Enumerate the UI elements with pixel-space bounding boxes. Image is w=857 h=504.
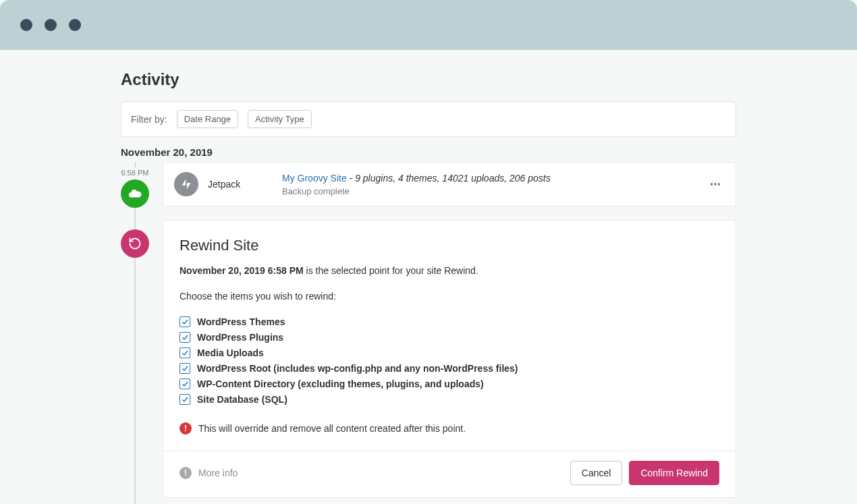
svg-point-1	[711, 183, 713, 185]
checkbox[interactable]	[179, 363, 190, 374]
checkbox[interactable]	[179, 394, 190, 405]
rewind-item: Media Uploads	[179, 347, 719, 358]
svg-point-3	[718, 183, 720, 185]
rewind-item-label: WordPress Plugins	[197, 332, 283, 343]
rewind-item-list: WordPress Themes WordPress Plugins Media…	[179, 316, 719, 405]
timeline-tick	[135, 162, 136, 167]
checkbox[interactable]	[179, 379, 190, 389]
separator: -	[347, 173, 355, 184]
app-window: Activity Filter by: Date Range Activity …	[0, 0, 857, 504]
filter-date-range[interactable]: Date Range	[177, 110, 238, 128]
timeline: 6:58 PM Jetpack	[121, 162, 736, 504]
jetpack-avatar-icon	[174, 172, 198, 196]
date-header: November 20, 2019	[121, 146, 736, 158]
timeline-col: 6:58 PM	[121, 162, 149, 504]
warning-icon: !	[179, 422, 192, 435]
confirm-rewind-button[interactable]: Confirm Rewind	[629, 461, 719, 485]
rewind-selected-suffix: is the selected point for your site Rewi…	[304, 265, 478, 276]
rewind-icon	[121, 229, 149, 258]
checkbox[interactable]	[179, 316, 190, 327]
window-dot	[20, 19, 32, 31]
page-title: Activity	[121, 70, 736, 89]
rewind-card: Rewind Site November 20, 2019 6:58 PM is…	[163, 220, 736, 498]
rewind-item: WordPress Root (includes wp-config.php a…	[179, 363, 719, 374]
filter-label: Filter by:	[131, 114, 167, 125]
activity-status: Backup complete	[282, 186, 706, 196]
activity-details: 9 plugins, 4 themes, 14021 uploads, 206 …	[355, 173, 551, 184]
cards-col: Jetpack My Groovy Site - 9 plugins, 4 th…	[163, 162, 736, 504]
rewind-item: WP-Content Directory (excluding themes, …	[179, 379, 719, 389]
more-actions-button[interactable]	[706, 175, 725, 194]
backup-icon	[121, 179, 149, 208]
content-area: Activity Filter by: Date Range Activity …	[121, 70, 736, 504]
rewind-item: WordPress Themes	[179, 316, 719, 327]
info-icon: !	[179, 467, 192, 479]
warning-row: ! This will override and remove all cont…	[179, 422, 719, 435]
warning-text: This will override and remove all conten…	[198, 423, 466, 434]
checkbox[interactable]	[179, 332, 190, 343]
rewind-selected-line: November 20, 2019 6:58 PM is the selecte…	[179, 265, 719, 276]
site-link[interactable]: My Groovy Site	[282, 173, 347, 184]
rewind-item-label: WP-Content Directory (excluding themes, …	[197, 379, 484, 389]
rewind-title: Rewind Site	[179, 237, 719, 254]
window-dot	[45, 19, 57, 31]
checkbox[interactable]	[179, 347, 190, 358]
titlebar	[0, 0, 857, 50]
activity-card: Jetpack My Groovy Site - 9 plugins, 4 th…	[163, 162, 736, 206]
cancel-button[interactable]: Cancel	[570, 461, 623, 485]
rewind-choose-label: Choose the items you wish to rewind:	[179, 291, 719, 302]
more-info-link[interactable]: More info	[198, 468, 238, 478]
timeline-line	[134, 258, 136, 504]
rewind-selected-point: November 20, 2019 6:58 PM	[179, 265, 304, 276]
filter-bar: Filter by: Date Range Activity Type	[121, 101, 736, 137]
svg-point-0	[179, 177, 193, 191]
rewind-item-label: Media Uploads	[197, 347, 264, 358]
svg-point-2	[714, 183, 716, 185]
rewind-item-label: Site Database (SQL)	[197, 394, 287, 405]
activity-summary: My Groovy Site - 9 plugins, 4 themes, 14…	[282, 173, 706, 184]
timeline-line	[134, 208, 136, 229]
window-dot	[69, 19, 81, 31]
activity-app-name: Jetpack	[208, 179, 282, 190]
rewind-item: WordPress Plugins	[179, 332, 719, 343]
timeline-time: 6:58 PM	[121, 169, 149, 177]
activity-meta: My Groovy Site - 9 plugins, 4 themes, 14…	[282, 173, 706, 196]
rewind-item: Site Database (SQL)	[179, 394, 719, 405]
rewind-footer: ! More info Cancel Confirm Rewind	[163, 451, 736, 497]
rewind-item-label: WordPress Root (includes wp-config.php a…	[197, 363, 518, 374]
rewind-item-label: WordPress Themes	[197, 316, 285, 327]
filter-activity-type[interactable]: Activity Type	[248, 110, 312, 128]
